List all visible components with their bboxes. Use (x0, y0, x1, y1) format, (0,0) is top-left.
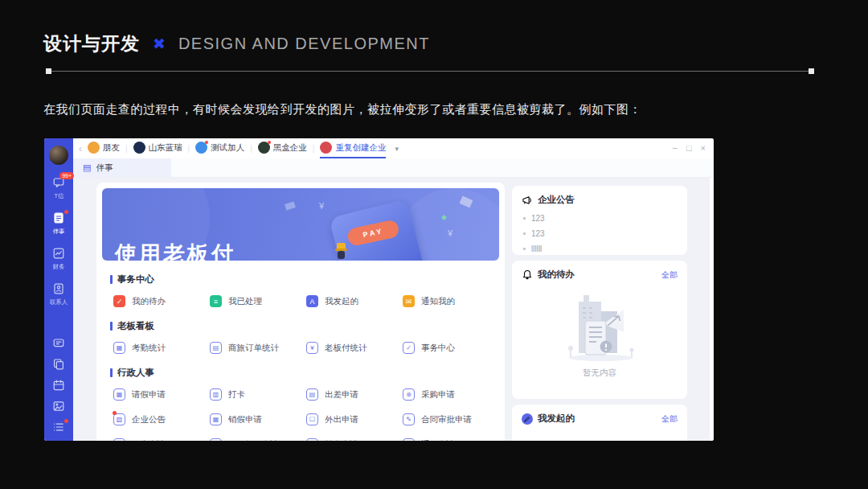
sidebar-nav: 99+T信伴事财务联系人 (49, 165, 68, 306)
app-sidebar: 99+T信伴事财务联系人 (44, 138, 73, 441)
app-entry-补卡申请[interactable]: ▥补卡申请 (306, 438, 403, 441)
finance-icon (52, 247, 65, 260)
app-entry-通知我的[interactable]: ✉通知我的 (403, 295, 499, 307)
section-title: 老板看板 (117, 320, 154, 332)
close-button[interactable]: × (701, 144, 706, 153)
scrollbar-track[interactable] (710, 178, 714, 441)
empty-state-text: 暂无内容 (583, 368, 616, 379)
app-entry-企业公告[interactable]: ▧企业公告 (113, 413, 210, 425)
section-accent-bar (110, 322, 113, 331)
initiated-title: 我发起的 (538, 413, 575, 425)
sidebar-item-财务[interactable]: 财务 (52, 247, 65, 271)
announcement-item[interactable]: llllll (523, 244, 678, 253)
app-entry-label: 销假申请 (228, 414, 262, 425)
org-avatar (133, 142, 145, 154)
mascot-illustration (335, 243, 348, 259)
caret-down-icon[interactable]: ▾ (395, 145, 399, 153)
bosspay-banner[interactable]: ¥ ¥ PAY 使用老板付 (102, 188, 499, 261)
section-grid: ▦请假申请▥打卡▤出差申请⊕采购申请▧企业公告▦销假申请☐外出申请✎合同审批申请… (113, 388, 499, 441)
app-entry-label: 用章申请 (132, 439, 166, 442)
sidebar-item-T信[interactable]: 99+T信 (52, 176, 65, 200)
view-all-link[interactable]: 全部 (661, 413, 678, 425)
sidebar-item-联系人[interactable]: 联系人 (49, 282, 68, 306)
app-entry-销假申请[interactable]: ▦销假申请 (210, 413, 306, 425)
maximize-button[interactable]: □ (686, 144, 692, 153)
announcement-list: 123123llllll (523, 214, 678, 253)
tab-divider: | (250, 144, 252, 153)
app-entry-通用申请[interactable]: ⊕通用申请 (403, 438, 499, 441)
app-entry-采购申请[interactable]: ⊕采购申请 (403, 388, 499, 401)
app-entry-label: 企业公告 (132, 414, 166, 425)
app-entry-用章申请[interactable]: ⊙用章申请 (113, 438, 210, 441)
sidebar-item-label: 联系人 (50, 298, 68, 306)
section-header: 行政人事 (110, 367, 499, 379)
cancel-leave-icon: ▦ (210, 413, 222, 425)
app-entry-商旅订单统计[interactable]: ▤商旅订单统计 (210, 342, 306, 354)
app-entry-出差申请[interactable]: ▤出差申请 (306, 388, 403, 401)
comment-icon[interactable] (52, 337, 65, 350)
sidebar-tools (52, 337, 65, 441)
gallery-icon[interactable] (52, 400, 65, 413)
org-tab-label: 重复创建企业 (335, 142, 386, 154)
slide-title-en: DESIGN AND DEVELOPMENT (178, 35, 430, 53)
attendance-stats-icon: ▦ (113, 342, 125, 354)
app-sections: 事务中心✓我的待办≡我已处理A我发起的✉通知我的老板看板▦考勤统计▤商旅订单统计… (102, 273, 499, 441)
list-icon[interactable] (52, 421, 65, 434)
app-entry-物品领用申请[interactable]: ▤物品领用申请 (210, 438, 306, 441)
app-entry-考勤统计[interactable]: ▦考勤统计 (113, 342, 210, 354)
announcement-item[interactable]: 123 (523, 229, 678, 238)
calendar-icon[interactable] (52, 379, 65, 392)
app-entry-label: 通用申请 (421, 439, 455, 442)
org-tab-3[interactable]: 测试加人 (195, 138, 244, 158)
supplies-request-icon: ▤ (210, 438, 222, 441)
view-all-link[interactable]: 全部 (661, 269, 678, 281)
minimize-button[interactable]: − (672, 144, 677, 153)
tab-banshi[interactable]: ▤ 伴事 (73, 158, 171, 177)
initiated-card: 我发起的 全部 (512, 405, 687, 441)
announcement-item[interactable]: 123 (523, 214, 678, 223)
app-entry-事务中心[interactable]: ✓事务中心 (403, 342, 499, 354)
app-entry-我的待办[interactable]: ✓我的待办 (113, 295, 210, 307)
sidebar-item-label: 伴事 (53, 227, 65, 235)
org-tab-4[interactable]: 黑盒企业 (258, 138, 307, 158)
chevron-left-icon[interactable]: ‹ (79, 143, 82, 154)
slide-title-cn: 设计与开发 (43, 31, 140, 56)
announcement-icon: ▧ (113, 413, 125, 425)
section-header: 老板看板 (110, 320, 499, 332)
copy-icon[interactable] (52, 358, 65, 371)
app-entry-我已处理[interactable]: ≡我已处理 (210, 295, 306, 307)
org-tab-bar: ‹ 朋友|山东蓝瑞|测试加人|黑盒企业|重复创建企业 ▾ −□× (73, 138, 714, 158)
sidebar-item-伴事[interactable]: 伴事 (52, 212, 65, 236)
app-entry-请假申请[interactable]: ▦请假申请 (113, 388, 210, 401)
tasks-tab-icon: ▤ (83, 162, 91, 173)
bullet-icon (523, 232, 526, 235)
my-todo-card: 我的待办 全部 (512, 261, 687, 399)
org-tab-5[interactable]: 重复创建企业 (320, 138, 386, 158)
app-entry-label: 合同审批申请 (421, 414, 472, 425)
app-content: ¥ ¥ PAY 使用老板付 事务中心✓我的待办≡我已处理A我发起的✉通知我的老板… (73, 178, 714, 441)
sidebar-item-label: 财务 (53, 262, 65, 270)
notification-dot (64, 419, 68, 423)
affairs-center-icon: ✓ (403, 342, 415, 354)
user-avatar[interactable] (49, 146, 68, 165)
chat-icon: 99+ (52, 176, 65, 189)
app-entry-外出申请[interactable]: ☐外出申请 (306, 413, 403, 425)
section-accent-bar (110, 275, 113, 284)
app-entry-label: 我的待办 (132, 296, 166, 307)
section-accent-bar (110, 368, 113, 377)
app-entry-label: 事务中心 (421, 343, 455, 354)
org-tab-label: 测试加人 (211, 142, 244, 154)
document-tab-row: ▤ 伴事 (73, 158, 714, 178)
org-tab-1[interactable]: 朋友 (88, 138, 120, 158)
app-entry-老板付统计[interactable]: ¥老板付统计 (306, 342, 403, 354)
app-entry-我发起的[interactable]: A我发起的 (306, 295, 403, 307)
notification-dot (205, 141, 208, 144)
app-entry-打卡[interactable]: ▥打卡 (210, 388, 306, 401)
processed-icon: ≡ (210, 295, 222, 307)
workbench-card: ¥ ¥ PAY 使用老板付 事务中心✓我的待办≡我已处理A我发起的✉通知我的老板… (96, 183, 505, 441)
notify-me-icon: ✉ (403, 295, 415, 307)
notification-dot (113, 411, 117, 415)
org-tab-2[interactable]: 山东蓝瑞 (133, 138, 182, 158)
app-entry-合同审批申请[interactable]: ✎合同审批申请 (403, 413, 499, 425)
announcement-text: llllll (531, 244, 542, 253)
